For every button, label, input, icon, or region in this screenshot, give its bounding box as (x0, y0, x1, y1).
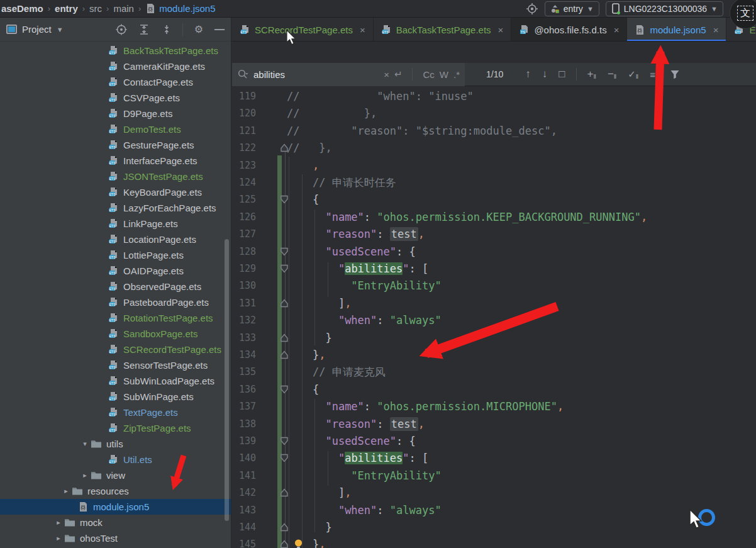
collapse-all-icon[interactable] (161, 24, 172, 35)
chevron-collapsed-icon[interactable]: ▸ (79, 471, 91, 479)
match-case-toggle[interactable]: Cc (423, 69, 434, 80)
next-match-button[interactable]: ↓ (542, 68, 548, 81)
tree-folder-view[interactable]: ▸ view (0, 467, 231, 483)
tree-file-lazyforeachpage-ets[interactable]: ETSLazyForEachPage.ets (0, 200, 231, 216)
code-line-124[interactable]: 124 // 申请长时任务 (232, 174, 756, 191)
code-line-140[interactable]: 140 "abilities": [ (232, 449, 756, 467)
tree-file-screcordtestpage-ets[interactable]: ETSSCRecordTestPage.ets (0, 342, 231, 357)
close-tab-icon[interactable]: × (614, 25, 620, 35)
tree-file-oaidpage-ets[interactable]: ETSOAIDPage.ets (0, 263, 231, 279)
chevron-down-icon[interactable]: ▼ (57, 26, 64, 33)
select-all-occurrences-button[interactable]: ✓Ⅱ (628, 69, 638, 80)
tree-scrollbar[interactable] (225, 239, 229, 521)
code-line-121[interactable]: 121// "reason": "$string:module_desc", (232, 122, 756, 140)
tree-file-d9page-ets[interactable]: ETSD9Page.ets (0, 106, 231, 121)
code-line-130[interactable]: 130 "EntryAbility" (232, 277, 756, 294)
code-line-139[interactable]: 139 "usedScene": { (232, 432, 756, 450)
tree-folder-ohostest[interactable]: ▸ ohosTest (0, 530, 231, 546)
tree-folder-resources[interactable]: ▸ resources (0, 483, 231, 499)
code-line-129[interactable]: 129 "abilities": [ (232, 260, 756, 277)
expand-all-icon[interactable] (138, 24, 150, 35)
chevron-collapsed-icon[interactable]: ▸ (60, 487, 72, 495)
code-line-138[interactable]: 138 "reason": test, (232, 415, 756, 433)
tree-file-jsontestpage-ets[interactable]: ETSJSONTestPage.ets (0, 169, 231, 184)
code-line-135[interactable]: 135 // 申请麦克风 (232, 363, 756, 381)
tree-folder-mock[interactable]: ▸ mock (0, 515, 231, 530)
chevron-expanded-icon[interactable]: ▾ (79, 440, 91, 448)
code-line-126[interactable]: 126 "name": "ohos.permission.KEEP_BACKGR… (232, 208, 756, 226)
close-tab-icon[interactable]: × (360, 25, 365, 35)
breadcrumb-item-src[interactable]: src (89, 3, 102, 14)
prev-match-button[interactable]: ↑ (525, 68, 531, 81)
code-line-142[interactable]: 142 ], (232, 484, 756, 501)
tree-file-demotest-ets[interactable]: ETSDemoTest.ets (0, 121, 231, 137)
code-editor[interactable]: 119// "when": "inuse"120// },121// "reas… (232, 86, 756, 548)
tree-file-interfacepage-ets[interactable]: ETSInterfacePage.ets (0, 153, 231, 169)
code-line-141[interactable]: 141 "EntryAbility" (232, 467, 756, 484)
breadcrumb-item-main[interactable]: main (113, 3, 134, 14)
code-line-120[interactable]: 120// }, (232, 104, 756, 122)
tree-file-subwinloadpage-ets[interactable]: ETSSubWinLoadPage.ets (0, 373, 231, 389)
settings-gear-icon[interactable]: ⚙ (194, 23, 203, 35)
project-panel-title[interactable]: Project (22, 24, 52, 35)
tree-file-ziptestpage-ets[interactable]: ETSZipTestPage.ets (0, 420, 231, 436)
tree-file-lottiepage-ets[interactable]: ETSLottiePage.ets (0, 247, 231, 263)
editor-tab-screcordtestpage-ets[interactable]: ETSSCRecordTestPage.ets× (232, 18, 374, 42)
newline-icon[interactable]: ↵ (394, 69, 403, 80)
breadcrumb-item-module-json5[interactable]: {​} module.json5 (145, 3, 215, 14)
close-tab-icon[interactable]: × (498, 25, 504, 35)
tree-file-linkpage-ets[interactable]: ETSLinkPage.ets (0, 216, 231, 232)
open-in-find-window-button[interactable]: □ (559, 68, 565, 81)
code-line-132[interactable]: 132 "when": "always" (232, 311, 756, 329)
code-line-134[interactable]: 134 }, (232, 346, 756, 364)
filter-lines-button[interactable]: ≡ɪ (650, 69, 659, 80)
code-line-136[interactable]: 136 { (232, 381, 756, 398)
tree-file-gesturepage-ets[interactable]: ETSGesturePage.ets (0, 137, 231, 153)
editor-tab--ohos-file-fs-d-ts[interactable]: TS@ohos.file.fs.d.ts× (511, 18, 627, 42)
code-line-119[interactable]: 119// "when": "inuse" (232, 87, 756, 105)
run-config-selector[interactable]: entry ▼ (545, 1, 599, 16)
hide-panel-icon[interactable]: — (214, 24, 225, 35)
tree-file-subwinpage-ets[interactable]: ETSSubWinPage.ets (0, 389, 231, 405)
search-input[interactable]: abilities × ↵ Cc W .* (232, 63, 465, 86)
close-tab-icon[interactable]: × (713, 25, 719, 35)
device-selector[interactable]: LNG0223C13000036 ▼ (606, 1, 723, 16)
breadcrumb-item-entry[interactable]: entry (55, 3, 78, 14)
tree-file-locationpage-ets[interactable]: ETSLocationPage.ets (0, 232, 231, 247)
tree-folder-utils[interactable]: ▾ utils (0, 436, 231, 452)
tree-file-sandboxpage-ets[interactable]: ETSSandboxPage.ets (0, 326, 231, 342)
tree-file-keyboardpage-ets[interactable]: ETSKeyBoardPage.ets (0, 184, 231, 200)
tree-file-observedpage-ets[interactable]: ETSObservedPage.ets (0, 279, 231, 294)
tree-file-sensortestpage-ets[interactable]: ETSSensorTestPage.ets (0, 357, 231, 373)
code-line-127[interactable]: 127 "reason": test, (232, 225, 756, 243)
code-line-137[interactable]: 137 "name": "ohos.permission.MICROPHONE"… (232, 398, 756, 415)
tree-file-contactpage-ets[interactable]: ETSContactPage.ets (0, 74, 231, 90)
tree-file-pasteboardpage-ets[interactable]: ETSPasteboardPage.ets (0, 294, 231, 310)
code-line-131[interactable]: 131 ], (232, 294, 756, 312)
tree-file-backtasktestpage-ets[interactable]: ETSBackTaskTestPage.ets (0, 43, 231, 59)
tree-file-textpage-ets[interactable]: ETSTextPage.ets (0, 405, 231, 420)
tree-file-module-json5[interactable]: {​} module.json5 (0, 499, 231, 515)
tree-file-camerakitpage-ets[interactable]: ETSCameraKitPage.ets (0, 59, 231, 74)
code-line-143[interactable]: 143 "when": "always" (232, 501, 756, 519)
chevron-collapsed-icon[interactable]: ▸ (53, 534, 64, 542)
words-toggle[interactable]: W (440, 69, 448, 80)
locate-file-icon[interactable] (116, 24, 127, 35)
tree-file-rotationtestpage-ets[interactable]: ETSRotationTestPage.ets (0, 310, 231, 326)
regex-toggle[interactable]: .* (453, 69, 460, 80)
code-line-122[interactable]: 122// }, (232, 139, 756, 157)
code-line-144[interactable]: 144 } (232, 518, 756, 536)
chevron-collapsed-icon[interactable]: ▸ (53, 518, 64, 527)
tree-file-util-ets[interactable]: ETSUtil.ets (0, 452, 231, 467)
filter-funnel-icon[interactable] (670, 69, 680, 79)
breadcrumb-item-asedemo[interactable]: aseDemo (1, 3, 43, 14)
code-line-145[interactable]: 145 }, (232, 535, 756, 548)
code-line-133[interactable]: 133 } (232, 329, 756, 347)
code-line-128[interactable]: 128 "usedScene": { (232, 243, 756, 260)
editor-tab-backtasktestpage-ets[interactable]: ETSBackTaskTestPage.ets× (374, 18, 512, 42)
add-occurrence-button[interactable]: +Ⅱ (587, 68, 596, 81)
remove-occurrence-button[interactable]: −Ⅱ (608, 68, 616, 81)
editor-tab-module-json5[interactable]: {​} module.json5× (627, 18, 726, 42)
code-line-123[interactable]: 123 , (232, 157, 756, 174)
code-line-125[interactable]: 125 { (232, 191, 756, 208)
